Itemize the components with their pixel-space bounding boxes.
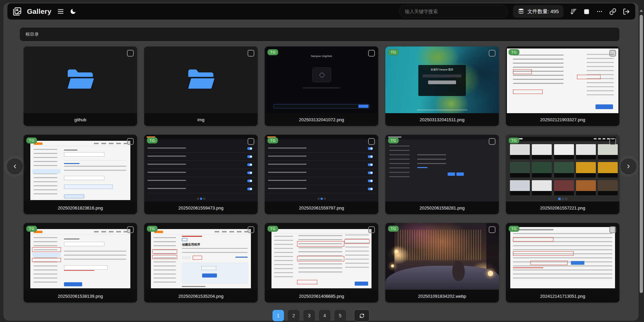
image-card[interactable]: TG 202502061559473.png (144, 135, 258, 214)
select-checkbox[interactable] (248, 226, 254, 233)
scrollbar[interactable] (639, 0, 644, 322)
select-checkbox[interactable] (609, 50, 616, 57)
file-name-label: 202503132041511.png (385, 113, 499, 126)
breadcrumb-root[interactable]: 根目录 (26, 31, 39, 37)
tg-badge: TG (509, 137, 519, 143)
scrollbar-up-arrow[interactable] (640, 9, 643, 12)
file-name-label: 202412141713051.png (506, 290, 619, 302)
image-thumbnail[interactable]: TG (506, 135, 619, 201)
folder-card[interactable]: github (24, 46, 137, 126)
image-thumbnail[interactable]: TG (385, 135, 499, 201)
image-card[interactable]: TG 202502061823616.png (24, 135, 137, 214)
select-checkbox[interactable] (609, 138, 616, 145)
moon-icon[interactable] (70, 8, 76, 15)
page-button-3[interactable]: 3 (303, 310, 315, 321)
file-grid: github img Sanyue ImgHub TG (24, 46, 620, 302)
folder-thumbnail[interactable] (24, 46, 137, 113)
image-card[interactable]: TG 202502121903327.png (506, 46, 619, 126)
tg-badge: TG (388, 137, 399, 143)
thumbnail-art (385, 135, 499, 201)
thumbnail-art (385, 223, 499, 290)
app-title: Gallery (27, 7, 52, 15)
image-thumbnail[interactable]: TG (506, 223, 619, 290)
image-card[interactable]: TG 202502061557221.png (506, 135, 619, 214)
select-checkbox[interactable] (489, 226, 495, 233)
select-checkbox[interactable] (368, 226, 375, 233)
thumbnail-art (506, 135, 619, 201)
tg-badge: TG (26, 137, 37, 143)
logout-icon[interactable] (623, 8, 630, 15)
search-input[interactable] (399, 5, 508, 18)
breadcrumb[interactable]: 根目录 (20, 28, 619, 41)
select-checkbox[interactable] (489, 138, 495, 145)
prev-page-arrow[interactable] (7, 158, 23, 174)
file-name-label: 202502061406685.png (265, 290, 378, 302)
tg-badge: TG (147, 226, 158, 232)
sort-desc-icon[interactable] (570, 8, 577, 15)
image-thumbnail[interactable]: TG (24, 223, 137, 290)
select-checkbox[interactable] (127, 226, 134, 233)
image-thumbnail[interactable]: Sanyue ImgHub TG (265, 46, 378, 113)
thumbnail-art: 创建应用程序 (144, 223, 258, 290)
tg-badge: TG (388, 49, 399, 55)
select-checkbox[interactable] (248, 50, 254, 57)
folder-thumbnail[interactable] (144, 46, 258, 113)
file-name-label: 202502061535204.png (144, 290, 258, 302)
image-thumbnail[interactable]: TG (144, 135, 258, 201)
file-name-label: 202502061558281.png (385, 201, 499, 214)
page-button-1[interactable]: 1 (272, 310, 284, 321)
tg-badge: TG (267, 137, 278, 143)
file-name-label: 202502061823616.png (24, 201, 137, 214)
image-card[interactable]: 欢迎到 Sanyue 图床 TG 202503132041511.png (385, 46, 499, 126)
image-card[interactable]: TG 202502061538139.png (24, 223, 137, 302)
ellipsis-icon[interactable] (596, 8, 603, 15)
link-icon[interactable] (609, 8, 616, 15)
page-button-4[interactable]: 4 (319, 310, 330, 321)
select-checkbox[interactable] (127, 138, 134, 145)
database-icon (518, 8, 524, 15)
thumbnail-art (506, 46, 619, 113)
thumbnail-art (144, 135, 258, 201)
file-name-label: 202502121903327.png (506, 113, 619, 126)
next-page-arrow[interactable] (620, 158, 637, 174)
navbar-actions (570, 8, 630, 15)
refresh-icon (359, 313, 364, 318)
select-checkbox[interactable] (609, 226, 616, 233)
select-checkbox[interactable] (489, 50, 495, 57)
select-checkbox[interactable] (368, 138, 375, 145)
gallery-logo-icon (13, 7, 22, 16)
image-thumbnail[interactable]: TG (265, 135, 378, 201)
app-container: Gallery 文件数量: 495 (3, 3, 639, 321)
select-checkbox[interactable] (368, 50, 375, 57)
page-button-2[interactable]: 2 (288, 310, 299, 321)
file-name-label: 202503132041072.png (265, 113, 378, 126)
select-square-icon[interactable] (583, 8, 590, 15)
tg-badge: TG (388, 226, 399, 232)
hamburger-menu-icon[interactable] (57, 8, 64, 15)
file-count-label: 文件数量: 495 (527, 8, 559, 15)
image-card[interactable]: TG 202501091834202.webp (385, 223, 499, 302)
refresh-button[interactable] (354, 310, 369, 322)
image-thumbnail[interactable]: 创建应用程序 TG (144, 223, 258, 290)
page-button-5[interactable]: 5 (334, 310, 346, 321)
image-thumbnail[interactable]: TG (24, 135, 137, 201)
thumbnail-art: 欢迎到 Sanyue 图床 (385, 46, 499, 113)
image-thumbnail[interactable]: TG (265, 223, 378, 290)
image-thumbnail[interactable]: TG (385, 223, 499, 290)
image-card[interactable]: TG 202502061559797.png (265, 135, 378, 214)
image-card[interactable]: TG 202502061406685.png (265, 223, 378, 302)
image-thumbnail[interactable]: 欢迎到 Sanyue 图床 TG (385, 46, 499, 113)
tg-badge: TG (26, 226, 37, 232)
thumbnail-art (506, 223, 619, 290)
scrollbar-thumb[interactable] (640, 15, 643, 293)
image-thumbnail[interactable]: TG (506, 46, 619, 113)
select-checkbox[interactable] (248, 138, 254, 145)
select-checkbox[interactable] (127, 50, 134, 57)
image-card[interactable]: 创建应用程序 TG 202502061535204.png (144, 223, 258, 302)
image-card[interactable]: Sanyue ImgHub TG 202503132041072.png (265, 46, 378, 126)
folder-card[interactable]: img (144, 46, 258, 126)
thumbnail-art (265, 135, 378, 201)
image-card[interactable]: TG 202502061558281.png (385, 135, 499, 214)
image-card[interactable]: TG 202412141713051.png (506, 223, 619, 302)
thumbnail-art (265, 223, 378, 290)
